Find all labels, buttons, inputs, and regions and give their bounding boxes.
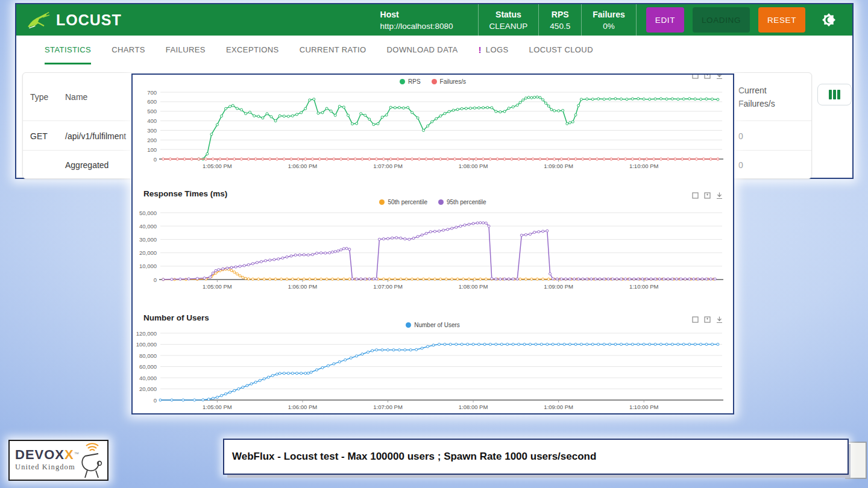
app-header: LOCUST Hosthttp://localhost:8080StatusCL…	[16, 4, 852, 36]
legend-item-failures-s[interactable]: Failures/s	[432, 78, 466, 85]
tab-bar: STATISTICSCHARTSFAILURESEXCEPTIONSCURREN…	[16, 36, 852, 64]
legend-label: RPS	[408, 78, 421, 85]
legend-dot	[432, 79, 437, 84]
legend-item-rps[interactable]: RPS	[400, 78, 421, 85]
reset-button[interactable]: RESET	[758, 7, 805, 33]
svg-text:1:05:00 PM: 1:05:00 PM	[203, 404, 232, 410]
header-buttons: EDIT LOADING RESET	[637, 4, 805, 36]
column-header-type: Type	[30, 92, 48, 102]
devoxx-subtitle: United Kingdom	[15, 463, 79, 471]
header-stat-failures: Failures0%	[581, 4, 636, 36]
devoxx-wordmark: DEVOXX™ United Kingdom	[15, 448, 79, 471]
svg-text:1:05:00 PM: 1:05:00 PM	[203, 163, 232, 169]
edit-button[interactable]: EDIT	[646, 7, 684, 33]
cell-name: Aggregated	[65, 160, 108, 170]
devoxx-title-x: X	[64, 447, 74, 462]
tab-label: FAILURES	[166, 45, 206, 54]
column-header-name: Name	[65, 92, 87, 102]
legend-item-number-of-users[interactable]: Number of Users	[406, 322, 460, 328]
svg-text:10,000: 10,000	[139, 263, 157, 269]
svg-text:1:06:00 PM: 1:06:00 PM	[288, 283, 318, 290]
legend-dot	[379, 199, 385, 205]
tab-current-ratio[interactable]: CURRENT RATIO	[300, 36, 366, 64]
tab-statistics[interactable]: STATISTICS	[45, 36, 91, 64]
stat-value: CLEANUP	[489, 22, 528, 31]
tab-locust-cloud[interactable]: LOCUST CLOUD	[529, 36, 593, 64]
svg-text:1:07:00 PM: 1:07:00 PM	[373, 163, 403, 169]
svg-text:60,000: 60,000	[139, 363, 157, 370]
chart-plot-area: 010,00020,00030,00040,00050,0001:05:00 P…	[133, 208, 733, 293]
stat-label: Failures	[593, 10, 625, 19]
chart-plot-area: 01002003004005006007001:05:00 PM1:06:00 …	[133, 88, 733, 172]
svg-text:700: 700	[147, 89, 157, 96]
header-stat-status: StatusCLEANUP	[478, 4, 539, 36]
svg-text:1:10:00 PM: 1:10:00 PM	[629, 283, 659, 290]
svg-text:0: 0	[154, 277, 157, 283]
svg-text:1:07:00 PM: 1:07:00 PM	[373, 283, 403, 290]
devoxx-title: DEVOX	[15, 447, 64, 462]
legend-label: 50th percentile	[388, 199, 427, 205]
tab-charts[interactable]: CHARTS	[112, 36, 145, 64]
logs-alert-badge: !	[479, 45, 482, 55]
svg-text:1:05:00 PM: 1:05:00 PM	[203, 283, 232, 290]
svg-text:400: 400	[147, 117, 157, 124]
svg-text:1:09:00 PM: 1:09:00 PM	[544, 283, 573, 290]
svg-text:0: 0	[154, 156, 157, 163]
tab-label: CHARTS	[112, 45, 145, 54]
stat-value: 450.5	[550, 22, 570, 31]
legend-dot	[400, 79, 405, 84]
tab-download-data[interactable]: DOWNLOAD DATA	[387, 36, 458, 64]
stat-value: 0%	[603, 22, 615, 31]
svg-text:1:06:00 PM: 1:06:00 PM	[288, 163, 318, 169]
devoxx-head-icon	[77, 443, 105, 479]
svg-text:100: 100	[147, 146, 157, 153]
cell-current-failures: 0	[738, 160, 743, 170]
chart-legend: RPSFailures/s	[133, 78, 733, 85]
legend-dot	[438, 199, 444, 205]
svg-text:300: 300	[147, 127, 157, 134]
legend-label: Number of Users	[414, 322, 460, 328]
chart-title: Response Times (ms)	[143, 189, 227, 198]
locust-logo: LOCUST	[16, 4, 149, 36]
column-selector-button[interactable]	[817, 84, 852, 105]
legend-label: 95th percentile	[447, 199, 486, 205]
stat-label: RPS	[552, 10, 569, 19]
svg-text:30,000: 30,000	[139, 236, 157, 243]
tab-label: EXCEPTIONS	[226, 45, 279, 54]
svg-text:20,000: 20,000	[139, 249, 157, 256]
devoxx-logo: DEVOXX™ United Kingdom	[8, 440, 108, 481]
app-title: LOCUST	[56, 11, 122, 29]
tab-label: LOCUST CLOUD	[529, 45, 593, 54]
header-stat-rps: RPS450.5	[538, 4, 581, 36]
loading-button: LOADING	[693, 7, 750, 33]
chart-response-times: Response Times (ms)50th percentile95th p…	[133, 189, 733, 301]
cell-name: /api/v1/fulfilment	[65, 131, 126, 141]
tab-label: CURRENT RATIO	[300, 45, 366, 54]
chart-legend: Number of Users	[133, 322, 733, 328]
caption-text: WebFlux - Locust test - Max 100000 users…	[232, 451, 596, 463]
tab-label: DOWNLOAD DATA	[387, 45, 458, 54]
tab-label: LOGS	[486, 45, 509, 54]
chart-number-of-users: Number of UsersNumber of Users020,00040,…	[133, 313, 733, 414]
svg-text:1:08:00 PM: 1:08:00 PM	[459, 404, 488, 410]
header-stat-host: Hosthttp://localhost:8080	[370, 4, 478, 36]
svg-text:50,000: 50,000	[139, 210, 157, 216]
legend-item-50th-percentile[interactable]: 50th percentile	[379, 199, 427, 205]
tab-exceptions[interactable]: EXCEPTIONS	[226, 36, 279, 64]
svg-text:600: 600	[147, 98, 157, 105]
columns-icon	[829, 90, 832, 99]
header-stats: Hosthttp://localhost:8080StatusCLEANUPRP…	[370, 4, 637, 36]
tab-label: STATISTICS	[45, 45, 91, 54]
svg-text:200: 200	[147, 137, 157, 143]
charts-window: RPSFailures/s01002003004005006007001:05:…	[131, 74, 734, 414]
svg-text:1:10:00 PM: 1:10:00 PM	[629, 163, 659, 169]
tab-logs[interactable]: !LOGS	[479, 36, 509, 64]
legend-item-95th-percentile[interactable]: 95th percentile	[438, 199, 486, 205]
svg-text:0: 0	[154, 397, 157, 404]
sun-moon-icon	[822, 13, 836, 27]
cell-type: GET	[30, 131, 48, 141]
svg-text:100,000: 100,000	[136, 341, 157, 348]
dark-mode-toggle[interactable]	[805, 4, 852, 36]
tab-failures[interactable]: FAILURES	[166, 36, 206, 64]
cell-current-failures: 0	[738, 131, 743, 141]
